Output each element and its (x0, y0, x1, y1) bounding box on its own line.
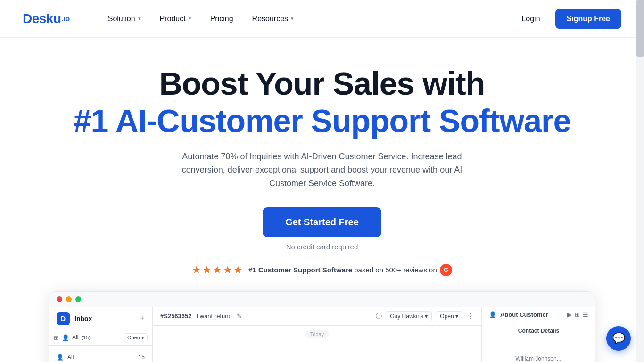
nav-product-label: Product (160, 15, 186, 23)
reviews-text: #1 Customer Support Software based on 50… (248, 264, 452, 276)
contact-details-label: Contact Details (518, 328, 559, 334)
nav-divider (85, 11, 85, 26)
app-logo-icon: D (57, 312, 70, 325)
app-content: D Inbox + ⊞ 👤 All (15) Open ▾ (49, 307, 595, 350)
navbar: Desku.io Solution ▾ Product ▾ Pricing Re… (0, 0, 644, 38)
nav-link-pricing[interactable]: Pricing (203, 11, 241, 27)
today-label-row: Today (153, 326, 481, 343)
hero-subtitle: Automate 70% of Inquiries with AI-Driven… (171, 150, 473, 190)
chevron-down-icon: ▾ (189, 16, 191, 22)
all-text: All (67, 354, 74, 361)
chevron-down-icon: ▾ (291, 16, 294, 22)
scrollbar-thumb[interactable] (636, 0, 644, 57)
person-icon: 👤 (62, 334, 69, 341)
chat-bubble-button[interactable]: 💬 (606, 326, 631, 351)
inbox-count: (15) (81, 335, 91, 340)
app-preview: D Inbox + ⊞ 👤 All (15) Open ▾ (49, 291, 595, 362)
app-bottom-row: 👤 All 15 Newest ▾ William Johnson... (49, 350, 595, 362)
today-label: Today (305, 330, 329, 338)
sidebar-bottom: 👤 All 15 Newest ▾ (49, 350, 153, 362)
right-panel-icons: ▶ ⊞ ☰ (567, 311, 588, 318)
navbar-right: Login Signup Free (514, 9, 621, 29)
add-icon[interactable]: + (140, 313, 145, 323)
login-button[interactable]: Login (514, 11, 547, 27)
app-sidebar-header: D Inbox + (49, 307, 152, 330)
app-icon-label: D (61, 315, 66, 322)
hero-section: Boost Your Sales with #1 AI-Customer Sup… (0, 38, 644, 362)
hero-title: Boost Your Sales with #1 AI-Customer Sup… (74, 66, 571, 139)
chevron-down-icon: ▾ (138, 16, 141, 22)
app-main-panel: #S2563652 I want refund ✎ ⓘ Guy Hawkins … (153, 307, 482, 350)
status-selector[interactable]: Open ▾ (436, 311, 462, 321)
right-bottom: William Johnson... (482, 350, 595, 362)
nav-link-solution[interactable]: Solution ▾ (100, 11, 149, 27)
reviews-suffix: based on 500+ reviews on (354, 265, 439, 273)
more-icon[interactable]: ⋮ (466, 312, 474, 321)
ticket-subject: I want refund (197, 313, 232, 320)
main-bottom (153, 350, 482, 362)
hero-title-line2: #1 AI-Customer Support Software (74, 103, 571, 139)
logo[interactable]: Desku.io (23, 11, 70, 26)
open-filter-button[interactable]: Open ▾ (124, 333, 148, 342)
reviews-bold: #1 Customer Support Software (248, 265, 352, 273)
contact-name-placeholder: William Johnson... (515, 355, 561, 362)
sidebar-row-all: 👤 All 15 (49, 350, 152, 362)
scrollbar-track[interactable] (636, 0, 644, 362)
get-started-button[interactable]: Get Started Free (263, 207, 381, 237)
contact-section: Contact Details (482, 322, 595, 338)
all-count: 15 (139, 354, 145, 361)
menu-icon[interactable]: ☰ (583, 311, 588, 318)
chat-icon: 💬 (612, 332, 625, 345)
window-dot-red (57, 296, 62, 302)
stars-icon: ★★★★★ (192, 264, 244, 276)
window-dot-yellow (66, 296, 72, 302)
filter-buttons: Open ▾ (124, 333, 148, 342)
logo-suffix: .io (62, 15, 70, 23)
app-actions: ⓘ Guy Hawkins ▾ Open ▾ ⋮ (376, 311, 474, 321)
signup-button[interactable]: Signup Free (555, 9, 621, 29)
app-sidebar: D Inbox + ⊞ 👤 All (15) Open ▾ (49, 307, 153, 350)
grid-icon[interactable]: ⊞ (575, 311, 580, 318)
all-label: All (72, 334, 78, 341)
app-right-header: 👤 About Customer ▶ ⊞ ☰ (482, 307, 595, 322)
navbar-left: Desku.io Solution ▾ Product ▾ Pricing Re… (23, 11, 301, 27)
ticket-id: #S2563652 (160, 313, 192, 320)
reviews-row: ★★★★★ #1 Customer Support Software based… (192, 264, 452, 276)
edit-icon[interactable]: ✎ (237, 313, 242, 320)
all-icon: 👤 (57, 354, 64, 361)
list-icon: ⊞ (54, 334, 59, 341)
app-main-topbar: #S2563652 I want refund ✎ ⓘ Guy Hawkins … (153, 307, 481, 326)
nav-solution-label: Solution (108, 15, 135, 23)
hero-title-line1: Boost Your Sales with (74, 66, 571, 101)
nav-resources-label: Resources (252, 15, 288, 23)
g2-badge: G (440, 264, 452, 276)
right-bottom-content: William Johnson... (482, 350, 595, 362)
app-right-panel: 👤 About Customer ▶ ⊞ ☰ Contact Details (482, 307, 595, 350)
assignee-selector[interactable]: Guy Hawkins ▾ (386, 311, 432, 321)
nav-link-resources[interactable]: Resources ▾ (245, 11, 301, 27)
nav-links: Solution ▾ Product ▾ Pricing Resources ▾ (100, 11, 301, 27)
app-bar (49, 292, 595, 307)
info-icon: ⓘ (376, 312, 382, 321)
logo-text: Desku (23, 11, 61, 26)
video-icon[interactable]: ▶ (567, 311, 572, 318)
nav-link-product[interactable]: Product ▾ (152, 11, 199, 27)
no-credit-text: No credit card required (286, 243, 358, 251)
window-dot-green (75, 296, 81, 302)
person-icon: 👤 (489, 311, 496, 318)
about-customer-title: About Customer (500, 311, 548, 318)
app-list-controls: ⊞ 👤 All (15) Open ▾ (49, 330, 152, 346)
nav-pricing-label: Pricing (210, 15, 233, 23)
inbox-label: Inbox (74, 315, 92, 322)
